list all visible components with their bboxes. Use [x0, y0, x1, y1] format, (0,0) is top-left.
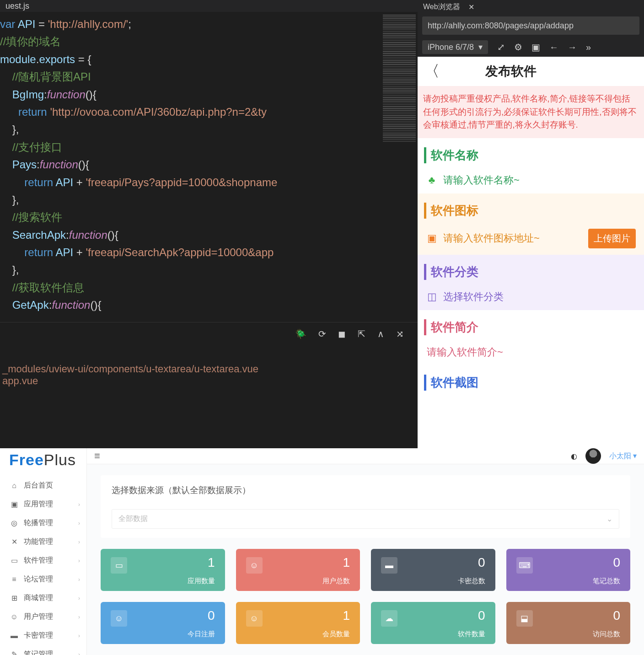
menu-label: 应用管理 [24, 499, 53, 509]
menu-icon: ◎ [10, 519, 18, 527]
menu-label: 轮播管理 [24, 518, 53, 528]
sidebar-item[interactable]: ⌂后台首页 [0, 476, 86, 495]
url-bar[interactable]: http://ahlly.com:8080/pages/app/addapp [422, 16, 639, 35]
menu-icon: ▣ [10, 500, 18, 509]
back-icon[interactable]: ← [549, 42, 558, 53]
terminal-toolbar: 🪲 ⟳ ◼ ⇱ ∧ ⤨ [0, 322, 418, 345]
card-label: 应用数量 [188, 577, 215, 585]
grid-icon: ◫ [426, 291, 438, 303]
card-icon: ▬ [381, 557, 397, 574]
chevron-right-icon: › [78, 558, 80, 564]
card-icon: ⬓ [516, 610, 533, 627]
device-select[interactable]: iPhone 6/7/8▾ [422, 40, 488, 54]
brand-logo[interactable]: FreePlus [0, 448, 86, 472]
sidebar-item[interactable]: ◎轮播管理› [0, 514, 86, 532]
chevron-right-icon: › [78, 614, 80, 620]
refresh-icon[interactable]: ⟳ [318, 328, 326, 339]
stop-icon[interactable]: ◼ [338, 328, 346, 339]
card-icon: ⌨ [516, 557, 533, 574]
stat-card[interactable]: ⬓0访问总数 [506, 602, 631, 644]
chevron-right-icon: › [78, 539, 80, 545]
chevron-right-icon: › [78, 501, 80, 508]
sidebar-item[interactable]: ▬卡密管理› [0, 626, 86, 645]
shuffle-icon[interactable]: ⤨ [396, 328, 404, 339]
avatar[interactable] [585, 448, 601, 464]
menu-icon: ⌂ [10, 482, 18, 490]
name-input[interactable]: 请输入软件名称~ [443, 173, 520, 187]
menu-label: 笔记管理 [24, 650, 53, 655]
stat-card[interactable]: ☺1会员数量 [236, 602, 360, 644]
stats-cards: ▭1应用数量☺1用户总数▬0卡密总数⌨0笔记总数☺0今日注册☺1会员数量☁0软件… [101, 549, 630, 644]
warning-banner: 请勿投稿严重侵权产品,软件名称,简介,链接等不得包括任何形式的引流行为,必须保证… [418, 86, 644, 138]
collapse-icon[interactable]: ∧ [377, 328, 384, 339]
file-tab[interactable]: uest.js [0, 1, 35, 11]
sidebar-item[interactable]: ⊞商城管理› [0, 589, 86, 607]
close-icon[interactable]: ✕ [468, 3, 474, 11]
card-value: 0 [478, 555, 485, 570]
chevron-right-icon: › [78, 520, 80, 526]
intro-input[interactable]: 请输入软件简介~ [426, 345, 503, 359]
card-icon: ☺ [111, 610, 127, 627]
stat-card[interactable]: ☁0软件数量 [371, 602, 495, 644]
stat-card[interactable]: ⌨0笔记总数 [506, 549, 631, 591]
card-label: 今日注册 [188, 630, 215, 639]
category-select[interactable]: 选择软件分类 [443, 290, 504, 304]
theme-icon[interactable]: ◐ [571, 452, 577, 461]
page-back-icon[interactable]: 〈 [424, 61, 440, 82]
stat-card[interactable]: ▭1应用数量 [101, 549, 225, 591]
panel-title: 选择数据来源（默认全部数据展示） [112, 484, 619, 496]
upload-button[interactable]: 上传图片 [588, 229, 636, 248]
android-icon: ♣ [426, 174, 438, 186]
card-icon: ☺ [246, 610, 263, 627]
username[interactable]: 小太阳 ▾ [609, 451, 637, 461]
sidebar-item[interactable]: ☺用户管理› [0, 607, 86, 626]
export-icon[interactable]: ⇱ [358, 328, 365, 339]
screenshot-icon[interactable]: ▣ [531, 42, 540, 53]
settings-icon[interactable]: ⚙ [514, 42, 522, 53]
stat-card[interactable]: ☺0今日注册 [101, 602, 225, 644]
minimap[interactable] [381, 12, 418, 322]
card-label: 会员数量 [322, 630, 350, 639]
menu-label: 用户管理 [24, 612, 53, 622]
terminal[interactable]: _modules/uview-ui/components/u-textarea/… [0, 345, 418, 448]
section-title-icon: 软件图标 [424, 203, 638, 219]
menu-label: 卡密管理 [24, 631, 53, 640]
menu-icon: ☺ [10, 613, 18, 621]
card-label: 笔记总数 [593, 577, 620, 585]
menu-icon: ▬ [10, 632, 18, 640]
data-source-panel: 选择数据来源（默认全部数据展示） 全部数据 [101, 475, 630, 538]
editor-tab-bar: uest.js [0, 0, 418, 12]
card-label: 用户总数 [322, 577, 350, 585]
sidebar-item[interactable]: ≡论坛管理› [0, 570, 86, 589]
menu-label: 功能管理 [24, 537, 53, 547]
sidebar-menu: ⌂后台首页▣应用管理›◎轮播管理›✕功能管理›▭软件管理›≡论坛管理›⊞商城管理… [0, 472, 86, 655]
sidebar-item[interactable]: ▭软件管理› [0, 551, 86, 570]
chevron-down-icon: ▾ [478, 42, 483, 52]
chevron-right-icon: › [78, 576, 80, 583]
card-value: 1 [343, 608, 350, 623]
menu-icon: ✎ [10, 650, 18, 655]
menu-icon: ≡ [10, 575, 18, 584]
section-title-category: 软件分类 [424, 264, 638, 280]
sidebar-item[interactable]: ✕功能管理› [0, 532, 86, 551]
rotate-icon[interactable]: ⤢ [497, 42, 505, 53]
forward-icon[interactable]: → [568, 42, 577, 53]
preview-tab[interactable]: Web浏览器 [423, 2, 460, 12]
terminal-line: _modules/uview-ui/components/u-textarea/… [2, 363, 415, 375]
menu-icon: ⊞ [10, 594, 18, 602]
icon-url-input[interactable]: 请输入软件图标地址~ [443, 231, 540, 245]
more-icon[interactable]: » [586, 42, 591, 53]
menu-label: 软件管理 [24, 556, 53, 565]
card-icon: ☺ [246, 557, 263, 574]
code-editor[interactable]: var API = 'http://ahlly.com/'; //填你的域名 m… [0, 12, 381, 322]
section-title-intro: 软件简介 [424, 319, 638, 335]
stat-card[interactable]: ☺1用户总数 [236, 549, 360, 591]
sidebar-item[interactable]: ✎笔记管理› [0, 645, 86, 655]
sidebar-item[interactable]: ▣应用管理› [0, 495, 86, 514]
stat-card[interactable]: ▬0卡密总数 [371, 549, 495, 591]
menu-icon: ✕ [10, 537, 18, 546]
menu-toggle-icon[interactable]: ≡ [94, 450, 100, 462]
bug-icon[interactable]: 🪲 [295, 328, 306, 339]
data-source-select[interactable]: 全部数据 [112, 509, 619, 529]
card-value: 0 [478, 608, 485, 623]
